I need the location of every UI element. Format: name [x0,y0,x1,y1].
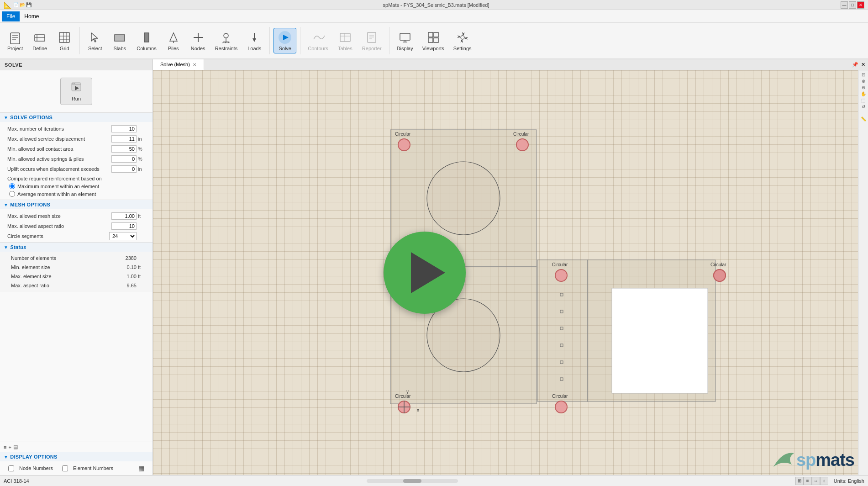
display-tool[interactable]: Display [393,28,417,53]
nodes-label: Nodes [191,46,205,51]
solve-label-4: Uplift occurs when displacement exceeds [7,166,111,172]
close-button[interactable]: ✕ [857,1,864,9]
settings-tool[interactable]: Settings [450,28,475,53]
mesh-canvas[interactable]: Circular Circular Circular Circular Circ… [153,70,868,475]
mesh-options-header[interactable]: ▼ MESH OPTIONS [0,200,153,209]
display-options-header[interactable]: ▼ DISPLAY OPTIONS [0,452,153,461]
define-label: Define [32,46,47,51]
run-icon [71,82,82,95]
svg-rect-40 [434,32,438,37]
plus-tool-btn[interactable]: + [8,444,11,450]
piles-label: Piles [168,46,179,51]
status-unit-1: ft [138,264,148,270]
view-btn-2[interactable]: ≡ [804,477,812,485]
maximize-button[interactable]: □ [849,1,856,9]
open-icon[interactable]: 📂 [20,2,25,7]
display-options-toggle: ▼ [4,454,8,460]
svg-marker-15 [170,33,177,41]
zoom-window-btn[interactable]: ⬚ [861,98,865,103]
svg-point-19 [224,33,228,38]
radio-max-moment[interactable] [9,183,15,189]
grid-tool[interactable]: Grid [53,28,76,53]
slabs-tool[interactable]: Slabs [108,28,131,53]
status-header[interactable]: ▼ Status [0,242,153,252]
status-row-3: Max. aspect ratio 9.65 [0,281,153,290]
zoom-in-btn[interactable]: ⊕ [862,79,865,84]
solve-label-3: Min. allowed active springs & piles [7,156,111,162]
menu-bar: File Home [0,10,868,23]
solve-unit-4: in [138,166,148,172]
run-label: Run [72,96,81,101]
radio-avg-moment-label: Average moment within an element [17,191,96,197]
solve-options-header[interactable]: ▼ SOLVE OPTIONS [0,112,153,122]
view-btn-4[interactable]: ↕ [820,477,828,485]
svg-rect-36 [400,33,410,40]
solve-input-0[interactable] [111,125,137,132]
mesh-label-2: Circle segments [7,233,109,239]
zoom-out-btn[interactable]: ⊖ [862,85,865,90]
solve-field-0: Max. number of iterations [0,124,153,134]
loads-tool[interactable]: Loads [243,28,266,53]
solve-input-2[interactable] [111,145,137,153]
circle-segments-select[interactable]: 241236 [109,232,137,240]
file-menu[interactable]: File [2,11,20,21]
save-icon[interactable]: 💾 [26,2,32,7]
toolbar-sep-4 [389,27,389,54]
window-title: spMats - FYS_304_Seismic_B3.mats [Modifi… [32,2,841,8]
solve-input-1[interactable] [111,135,137,143]
minimize-button[interactable]: — [841,1,848,9]
mesh-field-1: Max. allowed aspect ratio [0,221,153,231]
display-icon [398,30,412,45]
solve-field-1: Max. allowed service displacement in [0,134,153,144]
mesh-input-1[interactable] [111,222,137,230]
solve-tool[interactable]: Solve [274,28,296,53]
columns-label: Columns [137,46,156,51]
zoom-fit-btn[interactable]: ⊡ [862,72,865,77]
panel-spacer [0,294,153,442]
select-tool[interactable]: Select [84,28,106,53]
solve-play-button[interactable] [384,232,466,314]
radio-row-1: Average moment within an element [0,190,153,198]
view-btn-1[interactable]: ⊞ [795,477,804,485]
radio-avg-moment[interactable] [9,191,15,197]
element-numbers-checkbox[interactable] [62,465,68,471]
project-icon [8,30,22,45]
new-icon[interactable]: 📄 [13,2,19,7]
solve-input-3[interactable] [111,155,137,163]
run-button[interactable]: Run [60,78,92,105]
left-mini-tools: ≡ + ▤ [0,442,153,452]
bars-tool-btn[interactable]: ▤ [13,444,18,450]
rotate-btn[interactable]: ↺ [862,104,865,109]
project-tool[interactable]: Project [4,28,26,53]
measure-btn[interactable]: 📏 [861,116,866,122]
node-numbers-checkbox[interactable] [8,465,14,471]
svg-rect-0 [11,33,20,44]
contours-tool: Contours [304,28,332,53]
home-menu[interactable]: Home [20,11,43,21]
list-tool-btn[interactable]: ≡ [4,444,6,450]
scroll-indicator[interactable] [367,479,458,483]
pan-btn[interactable]: ✋ [861,91,866,96]
table-icon[interactable]: ▦ [138,465,144,472]
view-btn-3[interactable]: ↔ [812,477,820,485]
solve-mesh-tab[interactable]: Solve (Mesh) ✕ [153,59,204,70]
define-tool[interactable]: Define [28,28,51,53]
svg-rect-42 [434,38,438,42]
columns-tool[interactable]: Columns [133,28,160,53]
piles-tool[interactable]: Piles [162,28,185,53]
loads-icon [247,30,262,45]
grid-label: Grid [60,46,69,51]
toolbar-sep-1 [79,27,80,54]
close-tab-icon[interactable]: ✕ [193,62,196,67]
contours-label: Contours [308,46,328,51]
solve-input-4[interactable] [111,165,137,173]
restraints-tool[interactable]: Restraints [211,28,242,53]
status-label: Status [10,244,26,250]
pin-icon[interactable]: 📌 [851,61,859,69]
viewports-icon [426,30,441,45]
viewports-tool[interactable]: Viewports [419,28,448,53]
settings-icon [455,30,470,45]
nodes-tool[interactable]: Nodes [187,28,210,53]
tab-close-icon[interactable]: ✕ [860,61,866,69]
mesh-input-0[interactable] [111,212,137,220]
